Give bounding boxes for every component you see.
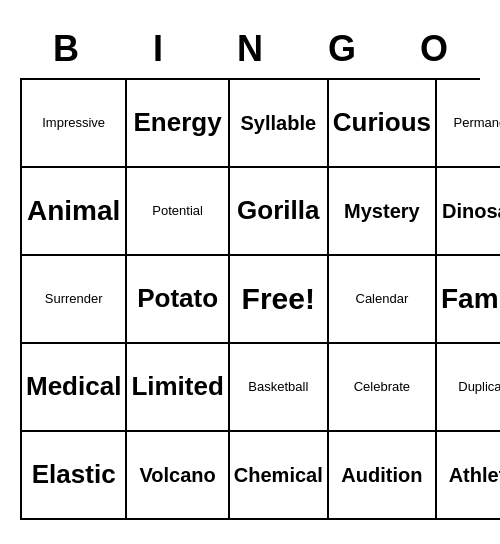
cell-text: Audition <box>341 463 422 487</box>
bingo-grid: ImpressiveEnergySyllableCuriousPermanent… <box>20 78 480 520</box>
cell-r0-c1: Energy <box>127 80 229 168</box>
cell-text: Potato <box>137 283 218 314</box>
cell-r3-c1: Limited <box>127 344 229 432</box>
cell-r3-c4: Duplicate <box>437 344 500 432</box>
cell-text: Family <box>441 282 500 316</box>
cell-text: Syllable <box>240 111 316 135</box>
cell-r1-c4: Dinosaur <box>437 168 500 256</box>
cell-text: Permanent <box>454 115 500 131</box>
cell-text: Energy <box>134 107 222 138</box>
cell-r2-c0: Surrender <box>22 256 127 344</box>
cell-text: Chemical <box>234 463 323 487</box>
cell-r4-c4: Athletic <box>437 432 500 520</box>
cell-r3-c3: Celebrate <box>329 344 437 432</box>
cell-r1-c1: Potential <box>127 168 229 256</box>
header-letter: O <box>388 24 480 74</box>
cell-r3-c0: Medical <box>22 344 127 432</box>
cell-text: Surrender <box>45 291 103 307</box>
cell-r1-c2: Gorilla <box>230 168 329 256</box>
cell-r1-c0: Animal <box>22 168 127 256</box>
bingo-card: BINGO ImpressiveEnergySyllableCuriousPer… <box>10 14 490 530</box>
cell-text: Medical <box>26 371 121 402</box>
header-letter: N <box>204 24 296 74</box>
bingo-header: BINGO <box>20 24 480 74</box>
cell-r0-c4: Permanent <box>437 80 500 168</box>
cell-r0-c3: Curious <box>329 80 437 168</box>
cell-text: Volcano <box>139 463 215 487</box>
cell-text: Limited <box>131 371 223 402</box>
cell-r1-c3: Mystery <box>329 168 437 256</box>
cell-text: Curious <box>333 107 431 138</box>
cell-r4-c2: Chemical <box>230 432 329 520</box>
cell-r4-c3: Audition <box>329 432 437 520</box>
cell-r0-c2: Syllable <box>230 80 329 168</box>
cell-r0-c0: Impressive <box>22 80 127 168</box>
cell-text: Athletic <box>449 463 500 487</box>
cell-r2-c1: Potato <box>127 256 229 344</box>
cell-r4-c1: Volcano <box>127 432 229 520</box>
cell-text: Impressive <box>42 115 105 131</box>
cell-text: Calendar <box>356 291 409 307</box>
cell-text: Elastic <box>32 459 116 490</box>
cell-text: Free! <box>242 281 315 317</box>
cell-text: Dinosaur <box>442 199 500 223</box>
cell-text: Basketball <box>248 379 308 395</box>
cell-r2-c2: Free! <box>230 256 329 344</box>
cell-text: Animal <box>27 194 120 228</box>
cell-text: Celebrate <box>354 379 410 395</box>
header-letter: I <box>112 24 204 74</box>
header-letter: G <box>296 24 388 74</box>
cell-r4-c0: Elastic <box>22 432 127 520</box>
cell-r2-c3: Calendar <box>329 256 437 344</box>
cell-text: Duplicate <box>458 379 500 395</box>
cell-text: Potential <box>152 203 203 219</box>
cell-text: Mystery <box>344 199 420 223</box>
cell-text: Gorilla <box>237 195 319 226</box>
cell-r2-c4: Family <box>437 256 500 344</box>
header-letter: B <box>20 24 112 74</box>
cell-r3-c2: Basketball <box>230 344 329 432</box>
